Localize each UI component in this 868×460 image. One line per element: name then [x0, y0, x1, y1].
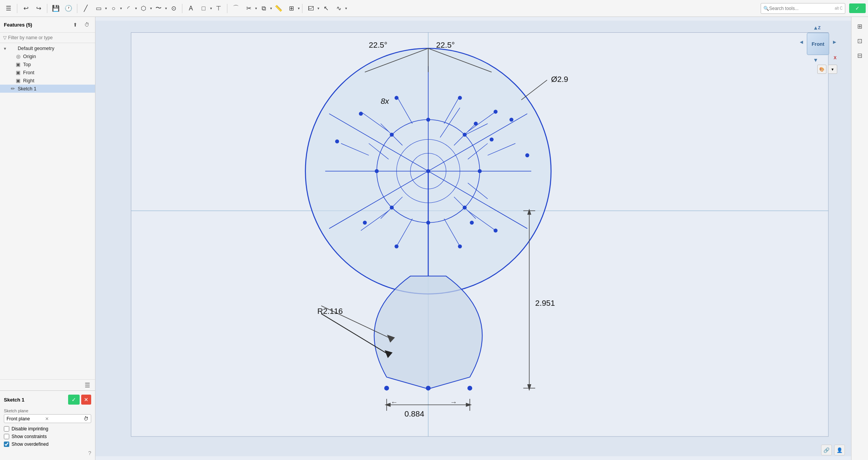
history-button[interactable]: 🕐 [62, 2, 75, 15]
snap-tool[interactable]: ∿ [332, 2, 345, 15]
circle-dropdown[interactable]: ▾ [120, 6, 122, 10]
pattern-dropdown[interactable]: ▾ [298, 6, 300, 10]
expand-icon: ▼ [3, 47, 8, 51]
trim-tool[interactable]: ⊤ [212, 2, 225, 15]
spline-dropdown[interactable]: ▾ [165, 6, 167, 10]
rect-tool[interactable]: ▭ [92, 2, 105, 15]
right-tool-2[interactable]: ⊡ [854, 35, 866, 47]
person-button[interactable]: 👤 [834, 445, 845, 455]
svg-text:Ø2.9: Ø2.9 [551, 75, 568, 83]
filter-input[interactable] [8, 35, 92, 40]
plane-ref-button[interactable]: ⏱ [83, 416, 88, 422]
plane-value: Front plane [7, 416, 43, 422]
save-button[interactable]: 💾 [50, 2, 62, 15]
cube-down-arrow[interactable]: ▼ [813, 57, 818, 63]
polygon-dropdown[interactable]: ▾ [150, 6, 152, 10]
fillet-tool[interactable]: ⌒ [230, 2, 242, 15]
show-overdefined-row[interactable]: Show overdefined [4, 442, 91, 447]
select-tool[interactable]: ↖ [320, 2, 332, 15]
disable-imprinting-checkbox[interactable] [4, 426, 9, 432]
svg-point-46 [458, 96, 462, 100]
tree-item-origin[interactable]: ◎ Origin [0, 52, 95, 60]
plane-clear-button[interactable]: ✕ [45, 416, 82, 422]
rect-dropdown[interactable]: ▾ [105, 6, 107, 10]
appearance-button[interactable]: 🎨 [817, 65, 826, 74]
tree-item-default-geometry[interactable]: ▼ Default geometry [0, 45, 95, 52]
right-icon: ▣ [15, 78, 22, 83]
text-tool[interactable]: A [185, 2, 197, 15]
cube-left-arrow[interactable]: ◄ [799, 39, 804, 45]
svg-point-56 [390, 206, 394, 210]
undo-button[interactable]: ↩ [20, 2, 32, 15]
tree-area: ▼ Default geometry ◎ Origin ▣ Top ▣ Fron… [0, 43, 95, 379]
svg-point-45 [394, 96, 398, 100]
svg-point-55 [463, 133, 467, 137]
copy-tool[interactable]: ⧉ [257, 2, 270, 15]
features-title: Features (5) [4, 22, 68, 28]
view-dropdown[interactable]: ▾ [317, 6, 319, 10]
scissors-tool[interactable]: ✂ [242, 2, 255, 15]
cube-up-arrow[interactable]: ▲ [813, 25, 818, 31]
search-icon: 🔍 [763, 6, 769, 11]
snap-dropdown[interactable]: ▾ [345, 6, 347, 10]
right-tool-1[interactable]: ⊞ [854, 20, 866, 32]
top-icon: ▣ [15, 62, 22, 67]
confirm-top-button[interactable]: ✓ [849, 3, 866, 13]
sketch-cancel-button[interactable]: ✕ [81, 395, 91, 405]
app-menu-button[interactable]: ☰ [2, 2, 15, 15]
arc-dropdown[interactable]: ▾ [135, 6, 137, 10]
front-icon: ▣ [15, 70, 22, 75]
polygon-tool[interactable]: ⬡ [137, 2, 150, 15]
link-button[interactable]: 🔗 [821, 445, 832, 455]
list-view-button[interactable]: ☰ [83, 380, 92, 390]
search-box[interactable]: 🔍 alt C [761, 3, 845, 14]
sketch-panel-title: Sketch 1 [4, 397, 24, 403]
disable-imprinting-row[interactable]: Disable imprinting [4, 426, 91, 432]
import-button[interactable]: ⬆ [70, 20, 80, 29]
line-tool[interactable]: ╱ [80, 2, 92, 15]
measure-tool[interactable]: 📏 [272, 2, 285, 15]
arc-tool[interactable]: ◜ [122, 2, 135, 15]
pattern-tool[interactable]: ⊞ [285, 2, 297, 15]
help-icon[interactable]: ? [4, 450, 91, 456]
constraint-dropdown[interactable]: ▾ [210, 6, 212, 10]
scissors-dropdown[interactable]: ▾ [255, 6, 257, 10]
clock-button[interactable]: ⏱ [82, 20, 91, 29]
separator-3 [77, 4, 77, 13]
sidebar: Features (5) ⬆ ⏱ ▽ ▼ Default geometry ◎ … [0, 17, 95, 460]
view-tools: 🗠 ▾ ↖ ∿ ▾ [305, 2, 347, 15]
tree-item-sketch1[interactable]: ✏ Sketch 1 [0, 85, 95, 93]
tree-label-front: Front [23, 70, 34, 75]
sketch-panel-header: Sketch 1 ✓ ✕ [4, 395, 91, 405]
show-constraints-row[interactable]: Show constraints [4, 434, 91, 439]
sketch-actions: ✓ ✕ [68, 395, 91, 405]
svg-text:2.951: 2.951 [535, 298, 555, 307]
search-input[interactable] [769, 6, 833, 11]
text-tools: A □ ▾ ⊤ [185, 2, 225, 15]
circle-tool[interactable]: ○ [107, 2, 120, 15]
svg-point-54 [390, 133, 394, 137]
view-tool[interactable]: 🗠 [305, 2, 317, 15]
show-overdefined-checkbox[interactable] [4, 442, 9, 447]
tree-item-top[interactable]: ▣ Top [0, 60, 95, 68]
cube-face-front[interactable]: Front [807, 33, 829, 55]
cube-right-arrow[interactable]: ► [832, 39, 837, 45]
show-constraints-checkbox[interactable] [4, 434, 9, 439]
view-settings-button[interactable]: ▾ [828, 65, 837, 74]
tree-item-right[interactable]: ▣ Right [0, 77, 95, 85]
constraint-tool[interactable]: □ [197, 2, 210, 15]
svg-point-29 [494, 228, 497, 232]
sketch-confirm-button[interactable]: ✓ [68, 395, 80, 405]
svg-point-28 [470, 221, 474, 225]
copy-dropdown[interactable]: ▾ [270, 6, 272, 10]
point-tool[interactable]: ⊙ [167, 2, 180, 15]
show-constraints-label: Show constraints [12, 434, 47, 439]
svg-point-24 [490, 137, 494, 141]
tree-item-front[interactable]: ▣ Front [0, 68, 95, 77]
right-tool-3[interactable]: ⊟ [854, 49, 866, 62]
spline-tool[interactable]: 〜 [152, 2, 165, 15]
redo-button[interactable]: ↪ [32, 2, 45, 15]
svg-point-57 [463, 206, 467, 210]
plane-value-row: Front plane ✕ ⏱ [4, 414, 91, 423]
svg-point-39 [335, 140, 339, 143]
